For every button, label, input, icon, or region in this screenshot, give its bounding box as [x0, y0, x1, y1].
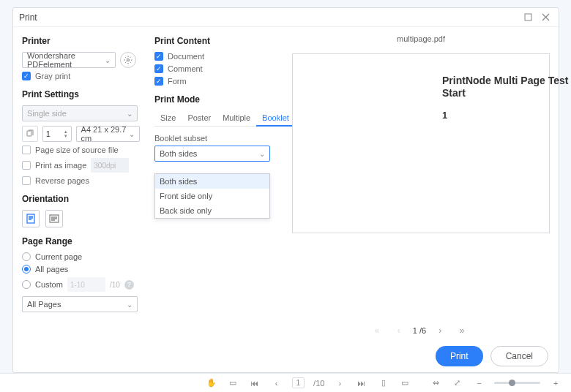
- print-as-image-checkbox[interactable]: Print as image 300dpi: [22, 158, 140, 173]
- info-icon[interactable]: ?: [124, 280, 134, 290]
- select-tool-icon[interactable]: ▭: [226, 377, 239, 390]
- orientation-portrait-button[interactable]: [22, 210, 40, 227]
- toolbar-two-page-icon[interactable]: ▭: [399, 377, 412, 390]
- paper-size-select[interactable]: A4 21 x 29.7 cm ⌄: [76, 126, 140, 142]
- custom-range-radio[interactable]: Custom 1-10 /10 ?: [22, 277, 140, 292]
- print-dialog: Print Printer Wondershare PDFelement ⌄: [12, 7, 559, 373]
- booklet-option-front[interactable]: Front side only: [155, 189, 269, 203]
- preview-page-number: 1: [442, 110, 571, 121]
- chevron-down-icon: ⌄: [127, 301, 133, 309]
- fit-page-icon[interactable]: ⤢: [451, 377, 464, 390]
- app-toolbar: ✋ ▭ ⏮ ‹ 1 /10 › ⏭ ▯ ▭ ⇔ ⤢ − +: [0, 373, 571, 392]
- tab-multiple[interactable]: Multiple: [217, 110, 256, 126]
- toolbar-single-page-icon[interactable]: ▯: [377, 377, 390, 390]
- fit-width-icon[interactable]: ⇔: [429, 377, 442, 390]
- comment-checkbox[interactable]: Comment: [154, 64, 272, 73]
- chevron-down-icon: ⌄: [105, 56, 111, 64]
- preview-page-title: PrintNode Multi Page Test Start: [442, 75, 571, 99]
- copies-icon: [22, 126, 38, 142]
- dpi-input: 300dpi: [91, 158, 129, 173]
- tab-size[interactable]: Size: [154, 110, 182, 126]
- chevron-down-icon: ⌄: [129, 130, 135, 138]
- zoom-in-icon[interactable]: +: [549, 377, 562, 390]
- booklet-subset-select[interactable]: Both sides ⌄: [154, 146, 270, 162]
- print-mode-section-title: Print Mode: [154, 94, 272, 105]
- booklet-option-both[interactable]: Both sides: [155, 174, 269, 189]
- svg-rect-3: [27, 214, 34, 223]
- preview-pager: « ‹ 1 /6 › »: [277, 323, 561, 339]
- custom-range-input[interactable]: 1-10: [67, 277, 105, 292]
- pager-last-button[interactable]: »: [454, 323, 470, 339]
- print-mode-tabs: Size Poster Multiple Booklet: [154, 110, 272, 127]
- all-pages-radio[interactable]: All pages: [22, 265, 140, 274]
- chevron-down-icon: ⌄: [127, 110, 133, 118]
- copies-input[interactable]: 1 ▲▼: [42, 126, 72, 142]
- toolbar-last-icon[interactable]: ⏭: [355, 377, 368, 390]
- svg-rect-2: [27, 131, 31, 136]
- sides-select[interactable]: Single side ⌄: [22, 105, 138, 121]
- close-button[interactable]: [538, 10, 553, 25]
- toolbar-first-icon[interactable]: ⏮: [248, 377, 261, 390]
- toolbar-page-input[interactable]: 1: [292, 377, 305, 388]
- printer-select[interactable]: Wondershare PDFelement ⌄: [22, 52, 116, 68]
- page-size-source-checkbox[interactable]: Page size of source file: [22, 146, 140, 154]
- gray-print-checkbox[interactable]: Gray print: [22, 72, 140, 80]
- zoom-out-icon[interactable]: −: [473, 377, 486, 390]
- dialog-footer: Print Cancel: [436, 346, 548, 366]
- form-checkbox[interactable]: Form: [154, 77, 272, 86]
- range-total: /10: [110, 281, 120, 289]
- page-range-section-title: Page Range: [22, 236, 140, 246]
- preview-filename: multipage.pdf: [292, 34, 550, 43]
- toolbar-next-icon[interactable]: ›: [333, 377, 346, 390]
- printer-settings-button[interactable]: [120, 52, 136, 68]
- current-page-radio[interactable]: Current page: [22, 252, 140, 261]
- dialog-title: Print: [19, 12, 37, 23]
- print-settings-section-title: Print Settings: [22, 89, 140, 99]
- printer-section-title: Printer: [22, 36, 140, 46]
- cancel-button[interactable]: Cancel: [490, 346, 548, 366]
- middle-panel: Print Content Document Comment Form Prin…: [149, 27, 277, 342]
- toolbar-page-total: /10: [313, 379, 324, 388]
- document-checkbox[interactable]: Document: [154, 52, 272, 61]
- maximize-button[interactable]: [520, 10, 535, 25]
- hand-tool-icon[interactable]: ✋: [205, 377, 218, 390]
- zoom-slider[interactable]: [494, 382, 540, 384]
- left-panel: Printer Wondershare PDFelement ⌄ Gray pr…: [13, 27, 149, 342]
- pager-next-button[interactable]: ›: [432, 323, 448, 339]
- page-subset-select[interactable]: All Pages ⌄: [22, 296, 138, 312]
- chevron-down-icon: ⌄: [259, 150, 265, 158]
- copies-down-icon[interactable]: ▼: [64, 134, 68, 138]
- print-button[interactable]: Print: [436, 346, 483, 366]
- title-bar: Print: [13, 8, 559, 27]
- print-content-section-title: Print Content: [154, 36, 272, 46]
- reverse-pages-checkbox[interactable]: Reverse pages: [22, 176, 140, 185]
- preview-panel: multipage.pdf PrintNode Multi Page Test …: [277, 27, 561, 342]
- toolbar-prev-icon[interactable]: ‹: [270, 377, 283, 390]
- svg-rect-0: [525, 14, 531, 20]
- pager-prev-button[interactable]: ‹: [391, 323, 407, 339]
- booklet-subset-label: Booklet subset: [154, 134, 272, 143]
- pager-first-button[interactable]: «: [369, 323, 385, 339]
- svg-point-1: [127, 59, 130, 61]
- booklet-subset-dropdown: Both sides Front side only Back side onl…: [154, 173, 270, 219]
- orientation-section-title: Orientation: [22, 194, 140, 204]
- booklet-option-back[interactable]: Back side only: [155, 203, 269, 218]
- tab-poster[interactable]: Poster: [182, 110, 217, 126]
- orientation-landscape-button[interactable]: [45, 210, 63, 227]
- preview-page: PrintNode Multi Page Test Start 1: [292, 53, 550, 233]
